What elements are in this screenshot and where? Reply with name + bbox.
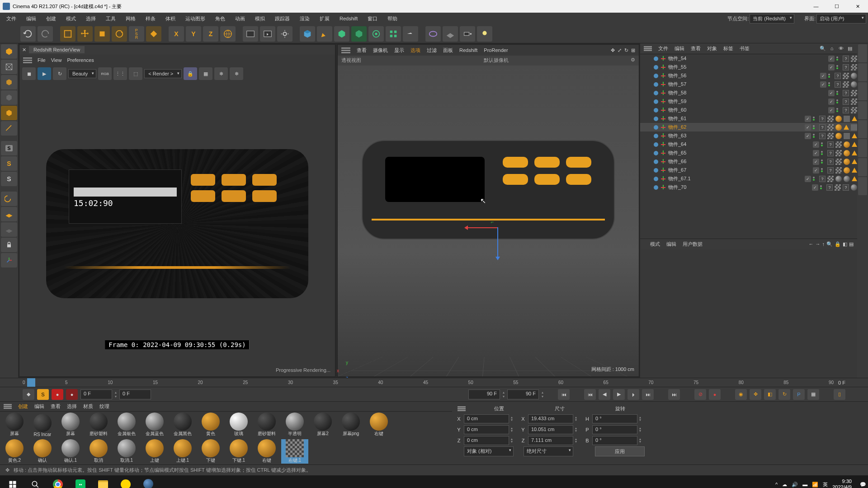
pb-animate-mode[interactable]: ◆	[23, 389, 34, 400]
tray-ime[interactable]: 英	[823, 481, 828, 488]
om-tab-view[interactable]: 查看	[691, 45, 701, 52]
timeline-ruler[interactable]: 051015202530354045505560657075808590 0 F	[0, 378, 868, 387]
coord-field[interactable]: 10.051 cm	[528, 425, 573, 434]
object-row[interactable]: 物件_67.1✓?	[640, 174, 857, 183]
object-row[interactable]: 物件_63✓?	[640, 131, 857, 140]
timeline-playhead[interactable]	[27, 378, 35, 387]
chrome-icon[interactable]	[47, 476, 69, 488]
rtool-3[interactable]	[858, 82, 867, 100]
rtool-1[interactable]	[858, 44, 867, 62]
rv-grid2-icon[interactable]: ▦	[199, 67, 212, 80]
hamburger-icon[interactable]	[23, 60, 32, 61]
om-home-icon[interactable]: ⌂	[828, 46, 835, 52]
menu-character[interactable]: 角色	[211, 14, 230, 23]
object-row[interactable]: 物件_64✓?	[640, 140, 857, 149]
snap-s1[interactable]: S	[1, 141, 17, 155]
vp-maximize-icon[interactable]: ⊞	[631, 47, 635, 53]
om-hamburger-icon[interactable]	[644, 48, 652, 49]
close-button[interactable]: ✕	[847, 0, 868, 13]
pb-record-pos[interactable]: ⊘	[694, 389, 706, 400]
edge-mode[interactable]	[1, 121, 17, 136]
menu-extensions[interactable]: 扩展	[315, 14, 334, 23]
material-item[interactable]: 下键	[197, 439, 224, 464]
om-tab-objects[interactable]: 对象	[707, 45, 717, 52]
menu-create[interactable]: 创建	[42, 14, 61, 23]
coord-field[interactable]: 0 cm	[464, 436, 509, 445]
interface-dropdown[interactable]: 启动 (用户)	[816, 14, 866, 23]
object-row[interactable]: 物件_57✓?	[640, 80, 857, 89]
vp-camera-name[interactable]: 默认摄像机	[484, 57, 509, 64]
menu-redshift[interactable]: Redshift	[335, 14, 362, 23]
pb-opt2[interactable]: ✥	[750, 389, 761, 400]
explorer-icon[interactable]	[92, 476, 114, 488]
menu-edit[interactable]: 编辑	[22, 14, 41, 23]
y-axis-toggle[interactable]: Y	[186, 26, 201, 42]
material-item[interactable]: 金属银色	[113, 413, 140, 437]
rv-crop-icon[interactable]: ⬚	[129, 67, 142, 80]
mm-tab-edit[interactable]: 编辑	[34, 403, 44, 410]
am-tab-edit[interactable]: 编辑	[666, 241, 676, 248]
pb-next-frame[interactable]: ⏵	[627, 389, 639, 400]
tray-onedrive-icon[interactable]: ☁	[782, 482, 787, 488]
material-item[interactable]: 下键.1	[225, 439, 252, 464]
material-item[interactable]: RS Incar	[29, 413, 56, 437]
render-canvas[interactable]: 15:02:90 Frame 0: 2022-04-09 09:30:55 (0…	[19, 82, 335, 366]
rv-rgb[interactable]: RGB	[98, 67, 112, 80]
om-search-icon[interactable]: 🔍	[819, 46, 826, 52]
vp-menu-prorender[interactable]: ProRender	[484, 47, 508, 53]
pb-prev-frame[interactable]: ◀	[599, 389, 610, 400]
start-button[interactable]	[2, 476, 24, 488]
model-object[interactable]: ↖	[362, 140, 615, 239]
object-row[interactable]: 物件_67✓?	[640, 166, 857, 174]
material-item[interactable]: 确认.1	[57, 439, 84, 464]
am-max-icon[interactable]: ▤	[849, 241, 854, 247]
pb-next-key[interactable]: ⏭	[642, 389, 654, 400]
vp-zoom-icon[interactable]: ⤢	[618, 47, 622, 53]
maximize-button[interactable]: ☐	[826, 0, 847, 13]
menu-simulate[interactable]: 模拟	[250, 14, 269, 23]
floor-button[interactable]	[443, 26, 458, 42]
grid1[interactable]	[1, 207, 17, 221]
vp-camera-settings-icon[interactable]: ⚙	[631, 57, 635, 64]
menu-mode[interactable]: 模式	[61, 14, 80, 23]
coord-field[interactable]: 0 cm	[464, 414, 509, 423]
material-item[interactable]: 屏幕	[57, 413, 84, 437]
pb-keyframe-icon[interactable]: ●	[66, 389, 78, 400]
workplane[interactable]	[1, 192, 17, 206]
material-item[interactable]: 黄色	[197, 413, 224, 437]
object-row[interactable]: 物件_54✓?	[640, 54, 857, 63]
mm-tab-select[interactable]: 选择	[67, 403, 77, 410]
field-button[interactable]	[403, 26, 418, 42]
menu-mograph[interactable]: 运动图形	[181, 14, 210, 23]
material-item[interactable]: 上键	[141, 439, 168, 464]
cube-primitive[interactable]	[300, 26, 315, 42]
tray-volume-icon[interactable]: 🔊	[792, 482, 798, 488]
rv-refresh[interactable]: ↻	[53, 67, 66, 80]
menu-window[interactable]: 窗口	[363, 14, 382, 23]
mm-tab-material[interactable]: 材质	[83, 403, 93, 410]
rv-snow1-icon[interactable]: ❄	[214, 67, 228, 80]
rv-menu-prefs[interactable]: Preferences	[67, 57, 94, 63]
cm-size-dropdown[interactable]: 绝对尺寸	[524, 446, 573, 456]
move-tool[interactable]	[77, 26, 93, 42]
mograph-button[interactable]	[386, 26, 401, 42]
viewport-canvas[interactable]: ↖ ⌐ xyz 网格间距 : 1000 cm	[338, 66, 639, 376]
rtool-5[interactable]	[858, 120, 867, 138]
camera-icon[interactable]	[460, 26, 475, 42]
rotate-tool[interactable]	[112, 26, 127, 42]
material-item[interactable]: 金属蓝色	[141, 413, 168, 437]
pb-opt1[interactable]: ◉	[735, 389, 747, 400]
menu-volume[interactable]: 体积	[161, 14, 180, 23]
rv-snow2-icon[interactable]: ❄	[230, 67, 243, 80]
tray-notifications-icon[interactable]: 💬	[860, 482, 866, 488]
menu-mesh[interactable]: 网格	[121, 14, 140, 23]
wechat-icon[interactable]: ••	[70, 476, 91, 488]
menu-tools[interactable]: 工具	[101, 14, 120, 23]
pb-current-frame2[interactable]: 0 F	[119, 389, 151, 399]
grid2[interactable]	[1, 222, 17, 237]
om-filter-icon[interactable]: ▤	[846, 46, 854, 52]
menu-tracker[interactable]: 跟踪器	[270, 14, 294, 23]
spline-pen[interactable]	[317, 26, 332, 42]
object-row[interactable]: 物件_66✓?	[640, 157, 857, 166]
snap-s2[interactable]: S	[1, 156, 17, 171]
